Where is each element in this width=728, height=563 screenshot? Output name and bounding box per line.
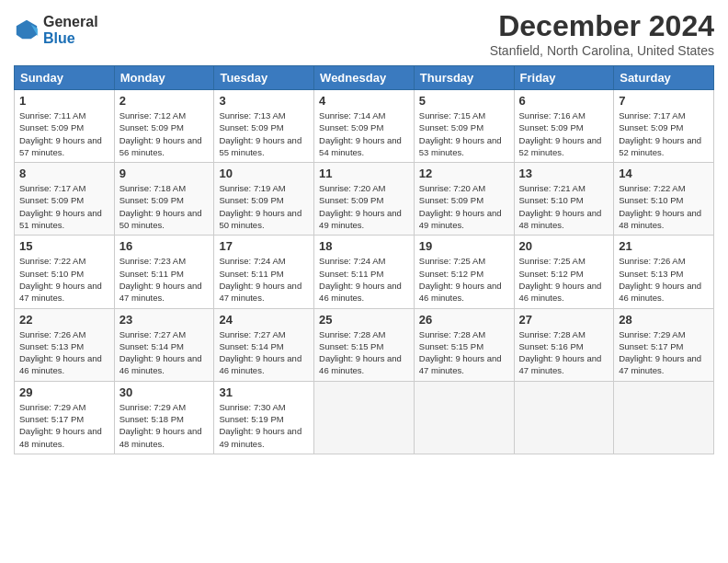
day-info: Sunrise: 7:30 AMSunset: 5:19 PMDaylight:… xyxy=(219,401,309,450)
day-number: 23 xyxy=(119,313,210,327)
calendar-cell xyxy=(514,381,614,454)
day-info: Sunrise: 7:29 AMSunset: 5:17 PMDaylight:… xyxy=(619,328,709,377)
calendar-cell: 30Sunrise: 7:29 AMSunset: 5:18 PMDayligh… xyxy=(114,381,214,454)
day-info: Sunrise: 7:17 AMSunset: 5:09 PMDaylight:… xyxy=(19,182,109,231)
logo: General Blue xyxy=(14,14,98,48)
day-number: 5 xyxy=(419,94,509,108)
day-number: 9 xyxy=(119,167,210,180)
calendar-cell: 10Sunrise: 7:19 AMSunset: 5:09 PMDayligh… xyxy=(214,163,314,236)
calendar-cell: 26Sunrise: 7:28 AMSunset: 5:15 PMDayligh… xyxy=(414,308,514,381)
day-number: 4 xyxy=(319,94,409,108)
day-info: Sunrise: 7:16 AMSunset: 5:09 PMDaylight:… xyxy=(519,109,609,158)
day-header-sunday: Sunday xyxy=(15,66,115,90)
day-number: 11 xyxy=(319,167,409,180)
calendar-cell: 29Sunrise: 7:29 AMSunset: 5:17 PMDayligh… xyxy=(15,381,115,454)
day-number: 30 xyxy=(119,385,210,399)
day-info: Sunrise: 7:24 AMSunset: 5:11 PMDaylight:… xyxy=(319,255,409,304)
logo-icon xyxy=(14,17,40,43)
day-number: 27 xyxy=(519,313,609,327)
calendar-cell: 16Sunrise: 7:23 AMSunset: 5:11 PMDayligh… xyxy=(114,236,214,308)
day-header-tuesday: Tuesday xyxy=(214,66,314,90)
calendar-cell xyxy=(614,381,714,454)
day-info: Sunrise: 7:28 AMSunset: 5:15 PMDaylight:… xyxy=(419,328,509,377)
calendar-cell: 28Sunrise: 7:29 AMSunset: 5:17 PMDayligh… xyxy=(614,308,714,381)
day-number: 28 xyxy=(619,313,709,327)
calendar-cell: 31Sunrise: 7:30 AMSunset: 5:19 PMDayligh… xyxy=(214,381,314,454)
svg-marker-0 xyxy=(17,20,37,40)
day-info: Sunrise: 7:19 AMSunset: 5:09 PMDaylight:… xyxy=(219,182,309,231)
day-number: 20 xyxy=(519,239,609,253)
day-number: 8 xyxy=(19,167,109,180)
calendar-cell: 6Sunrise: 7:16 AMSunset: 5:09 PMDaylight… xyxy=(514,90,614,163)
calendar-cell: 9Sunrise: 7:18 AMSunset: 5:09 PMDaylight… xyxy=(114,163,214,236)
calendar-cell: 1Sunrise: 7:11 AMSunset: 5:09 PMDaylight… xyxy=(15,90,115,163)
day-info: Sunrise: 7:28 AMSunset: 5:15 PMDaylight:… xyxy=(319,328,409,377)
header: General Blue December 2024 Stanfield, No… xyxy=(14,9,714,58)
calendar-cell: 20Sunrise: 7:25 AMSunset: 5:12 PMDayligh… xyxy=(514,236,614,308)
day-number: 13 xyxy=(519,167,609,180)
day-number: 16 xyxy=(119,239,210,253)
day-info: Sunrise: 7:15 AMSunset: 5:09 PMDaylight:… xyxy=(419,109,509,158)
month-title: December 2024 xyxy=(490,9,714,43)
calendar-cell: 12Sunrise: 7:20 AMSunset: 5:09 PMDayligh… xyxy=(414,163,514,236)
day-number: 18 xyxy=(319,239,409,253)
day-number: 6 xyxy=(519,94,609,108)
day-header-friday: Friday xyxy=(514,66,614,90)
day-header-monday: Monday xyxy=(114,66,214,90)
day-info: Sunrise: 7:26 AMSunset: 5:13 PMDaylight:… xyxy=(19,328,109,377)
day-header-thursday: Thursday xyxy=(414,66,514,90)
calendar-cell: 23Sunrise: 7:27 AMSunset: 5:14 PMDayligh… xyxy=(114,308,214,381)
logo-text: General Blue xyxy=(43,14,98,48)
calendar-cell: 7Sunrise: 7:17 AMSunset: 5:09 PMDaylight… xyxy=(614,90,714,163)
day-info: Sunrise: 7:23 AMSunset: 5:11 PMDaylight:… xyxy=(119,255,210,304)
calendar-cell: 19Sunrise: 7:25 AMSunset: 5:12 PMDayligh… xyxy=(414,236,514,308)
calendar-cell: 2Sunrise: 7:12 AMSunset: 5:09 PMDaylight… xyxy=(114,90,214,163)
calendar-cell: 21Sunrise: 7:26 AMSunset: 5:13 PMDayligh… xyxy=(614,236,714,308)
day-header-wednesday: Wednesday xyxy=(314,66,415,90)
day-info: Sunrise: 7:17 AMSunset: 5:09 PMDaylight:… xyxy=(619,109,709,158)
day-info: Sunrise: 7:29 AMSunset: 5:17 PMDaylight:… xyxy=(19,401,109,450)
day-info: Sunrise: 7:29 AMSunset: 5:18 PMDaylight:… xyxy=(119,401,210,450)
day-info: Sunrise: 7:12 AMSunset: 5:09 PMDaylight:… xyxy=(119,109,210,158)
day-info: Sunrise: 7:11 AMSunset: 5:09 PMDaylight:… xyxy=(19,109,109,158)
day-info: Sunrise: 7:25 AMSunset: 5:12 PMDaylight:… xyxy=(419,255,509,304)
calendar-cell: 25Sunrise: 7:28 AMSunset: 5:15 PMDayligh… xyxy=(314,308,415,381)
day-number: 26 xyxy=(419,313,509,327)
day-info: Sunrise: 7:20 AMSunset: 5:09 PMDaylight:… xyxy=(319,182,409,231)
calendar-table: SundayMondayTuesdayWednesdayThursdayFrid… xyxy=(14,65,714,454)
day-header-saturday: Saturday xyxy=(614,66,714,90)
day-info: Sunrise: 7:22 AMSunset: 5:10 PMDaylight:… xyxy=(619,182,709,231)
day-number: 14 xyxy=(619,167,709,180)
location-title: Stanfield, North Carolina, United States xyxy=(490,43,714,58)
day-info: Sunrise: 7:27 AMSunset: 5:14 PMDaylight:… xyxy=(219,328,309,377)
day-number: 25 xyxy=(319,313,409,327)
calendar-cell: 4Sunrise: 7:14 AMSunset: 5:09 PMDaylight… xyxy=(314,90,415,163)
day-number: 10 xyxy=(219,167,309,180)
day-info: Sunrise: 7:26 AMSunset: 5:13 PMDaylight:… xyxy=(619,255,709,304)
day-number: 22 xyxy=(19,313,109,327)
day-number: 19 xyxy=(419,239,509,253)
calendar-cell: 24Sunrise: 7:27 AMSunset: 5:14 PMDayligh… xyxy=(214,308,314,381)
day-info: Sunrise: 7:25 AMSunset: 5:12 PMDaylight:… xyxy=(519,255,609,304)
calendar-cell xyxy=(414,381,514,454)
day-info: Sunrise: 7:27 AMSunset: 5:14 PMDaylight:… xyxy=(119,328,210,377)
calendar-cell: 22Sunrise: 7:26 AMSunset: 5:13 PMDayligh… xyxy=(15,308,115,381)
calendar-cell: 17Sunrise: 7:24 AMSunset: 5:11 PMDayligh… xyxy=(214,236,314,308)
calendar-cell: 14Sunrise: 7:22 AMSunset: 5:10 PMDayligh… xyxy=(614,163,714,236)
day-number: 1 xyxy=(19,94,109,108)
calendar-cell: 11Sunrise: 7:20 AMSunset: 5:09 PMDayligh… xyxy=(314,163,415,236)
calendar-cell: 27Sunrise: 7:28 AMSunset: 5:16 PMDayligh… xyxy=(514,308,614,381)
day-info: Sunrise: 7:14 AMSunset: 5:09 PMDaylight:… xyxy=(319,109,409,158)
day-info: Sunrise: 7:18 AMSunset: 5:09 PMDaylight:… xyxy=(119,182,210,231)
day-number: 24 xyxy=(219,313,309,327)
calendar-cell xyxy=(314,381,415,454)
day-number: 29 xyxy=(19,385,109,399)
day-number: 15 xyxy=(19,239,109,253)
day-number: 17 xyxy=(219,239,309,253)
calendar-cell: 18Sunrise: 7:24 AMSunset: 5:11 PMDayligh… xyxy=(314,236,415,308)
day-number: 31 xyxy=(219,385,309,399)
calendar-cell: 5Sunrise: 7:15 AMSunset: 5:09 PMDaylight… xyxy=(414,90,514,163)
day-info: Sunrise: 7:24 AMSunset: 5:11 PMDaylight:… xyxy=(219,255,309,304)
calendar-cell: 15Sunrise: 7:22 AMSunset: 5:10 PMDayligh… xyxy=(15,236,115,308)
page-container: General Blue December 2024 Stanfield, No… xyxy=(0,0,728,464)
